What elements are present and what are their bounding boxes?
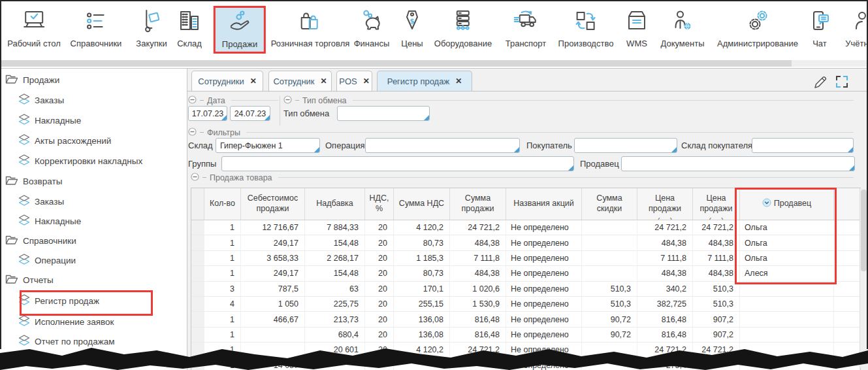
table-row-3[interactable]: 13 658,332 268,17201 185,37 111,8Не опре…: [191, 251, 860, 266]
toolbar-item-16[interactable]: Учётн: [839, 6, 868, 50]
toolbar-scrollbar-thumb[interactable]: [0, 60, 792, 67]
toolbar-item-4[interactable]: Склад: [171, 6, 208, 50]
toolbar-item-9[interactable]: Оборудование: [429, 6, 497, 50]
collapse-icon[interactable]: [283, 95, 292, 106]
group-dash: [200, 100, 204, 101]
edit-icon[interactable]: [813, 75, 828, 92]
buyer-input[interactable]: [574, 138, 677, 153]
toolbar-item-8[interactable]: $Цены: [394, 6, 430, 50]
phone-chat-icon: [807, 8, 833, 37]
expand-icon[interactable]: [835, 75, 848, 91]
table-row-7[interactable]: 1466,67213,7320136,08816,48Не определено…: [191, 312, 860, 327]
cell-7-10: 907,2: [693, 312, 740, 326]
table-row-1[interactable]: 112 716,677 884,33204 120,224 721,2Не оп…: [191, 220, 860, 235]
groups-input[interactable]: [221, 156, 574, 171]
cell-8-11: [740, 328, 834, 342]
toolbar-scrollbar[interactable]: [0, 60, 868, 67]
sidebar-item-12[interactable]: Регистр продаж: [18, 291, 99, 311]
table-scrollbar-thumb[interactable]: [861, 190, 867, 271]
sidebar-item-label: Операции: [35, 256, 76, 265]
close-icon[interactable]: ✕: [321, 77, 327, 85]
sidebar-item-6[interactable]: Возвраты: [5, 171, 62, 191]
column-header-6[interactable]: Сумма продажи: [450, 188, 506, 220]
group-line: [353, 100, 854, 101]
sidebar-item-4[interactable]: Акты расхождений: [18, 131, 111, 150]
exchange-type-input[interactable]: [337, 106, 430, 121]
column-header-5[interactable]: Сумма НДС: [394, 188, 450, 220]
account-icon: [844, 8, 868, 37]
toolbar-item-7[interactable]: Финансы: [349, 6, 395, 50]
cell-4-7: Не определено: [506, 266, 582, 280]
cell-6-8: 510,3: [582, 297, 637, 311]
close-icon[interactable]: ✕: [455, 77, 462, 85]
close-icon[interactable]: ✕: [363, 77, 370, 85]
toolbar-item-12[interactable]: WMS: [619, 6, 655, 50]
toolbar-item-label: Закупки: [136, 39, 167, 48]
cell-4-11: Алеся: [740, 266, 834, 280]
table-vertical-scrollbar[interactable]: [860, 188, 868, 368]
sidebar-item-9[interactable]: Справочники: [5, 231, 76, 250]
cell-1-9: 24 721,2: [637, 220, 693, 235]
sidebar-item-8[interactable]: Накладные: [18, 211, 81, 231]
collapse-icon[interactable]: [188, 95, 197, 106]
sidebar-item-13[interactable]: Исполнение заявок: [18, 312, 114, 331]
tab-3[interactable]: POS✕: [336, 71, 372, 91]
tab-1[interactable]: Сотрудники✕: [191, 71, 263, 91]
table-row-6[interactable]: 41 050225,7520255,151 530,9Не определено…: [191, 297, 860, 312]
toolbar-item-1[interactable]: Рабочий стол: [2, 6, 66, 50]
sidebar-item-11[interactable]: Отчеты: [5, 270, 54, 290]
sidebar-item-14[interactable]: Отчет по продажам: [18, 331, 115, 351]
sort-down-icon[interactable]: [762, 198, 774, 210]
sidebar-item-2[interactable]: Заказы: [18, 90, 64, 110]
column-header-10[interactable]: Цена продажи( ... ): [693, 188, 740, 220]
toolbar-item-2[interactable]: Справочники: [65, 6, 127, 50]
date-to-input[interactable]: 24.07.23: [230, 106, 270, 121]
collapse-icon[interactable]: [188, 127, 197, 138]
column-header-4[interactable]: НДС, %: [365, 188, 394, 220]
date-from-input[interactable]: 17.07.23: [188, 106, 227, 121]
sidebar-item-3[interactable]: Накладные: [18, 110, 81, 130]
sidebar-item-10[interactable]: Операции: [18, 250, 76, 270]
column-header-11[interactable]: Продавец: [740, 188, 834, 220]
column-header-3[interactable]: Надбавка: [305, 188, 365, 220]
table-row-9[interactable]: 120 601204 120,224 721,2Не определено24 …: [191, 343, 860, 358]
tab-2[interactable]: Сотрудник✕: [268, 71, 332, 91]
table-row-4[interactable]: 1249,17154,482080,73484,38Не определено4…: [191, 266, 860, 281]
column-header-1[interactable]: Кол-во: [204, 188, 241, 220]
sidebar-item-7[interactable]: Заказы: [18, 192, 64, 211]
group-line: [231, 100, 278, 101]
cell-6-4: 20: [365, 297, 394, 311]
toolbar-item-6[interactable]: Розничная торговля: [266, 6, 355, 50]
sidebar-item-5[interactable]: Корректировки накладных: [18, 151, 142, 171]
exchange-type-label: Тип обмена: [283, 106, 329, 121]
seller-input[interactable]: [621, 156, 855, 171]
sklad-input[interactable]: Гипер-Фьюжен 1: [216, 138, 320, 153]
toolbar-item-11[interactable]: Производство: [553, 6, 619, 50]
column-header-8[interactable]: Сумма скидки: [582, 188, 637, 220]
toolbar-item-10[interactable]: Транспорт: [500, 6, 552, 50]
buyer-sklad-input[interactable]: [752, 138, 854, 153]
column-header-9[interactable]: Цена продажи( ... ): [637, 188, 693, 220]
table-row-5[interactable]: 3787,56320170,11 020,6Не определено510,3…: [191, 282, 860, 297]
toolbar-item-14[interactable]: Администрирование: [712, 6, 803, 50]
operation-input[interactable]: [365, 138, 520, 153]
collapse-icon[interactable]: [191, 173, 199, 183]
group-line: [246, 132, 854, 133]
toolbar-item-3[interactable]: Закупки: [131, 6, 172, 50]
cell-8-2: [241, 328, 305, 342]
table-row-10[interactable]: 114 057Не определено275,4: [191, 358, 860, 370]
toolbar-item-5[interactable]: Продажи: [214, 6, 266, 54]
column-header-7[interactable]: Названия акций: [506, 188, 582, 220]
cell-6-2: 1 050: [241, 297, 305, 311]
tab-4[interactable]: Регистр продаж✕: [377, 71, 472, 91]
close-icon[interactable]: ✕: [250, 77, 257, 85]
sidebar-item-1[interactable]: Продажи: [5, 70, 59, 90]
table-row-8[interactable]: 1680,420136,08816,48Не определено90,7281…: [191, 328, 860, 343]
cell-7-1: 1: [204, 312, 241, 326]
table-row-2[interactable]: 1249,17154,482080,73484,38Не определено4…: [191, 235, 860, 250]
toolbar-item-15[interactable]: Чат: [801, 6, 838, 50]
toolbar-item-13[interactable]: Документы: [655, 6, 709, 50]
sales-table-group-title: Продажа товара: [210, 173, 272, 182]
cell-10-7: Не определено: [506, 358, 582, 370]
column-header-2[interactable]: Себестоимос продажи: [241, 188, 305, 220]
